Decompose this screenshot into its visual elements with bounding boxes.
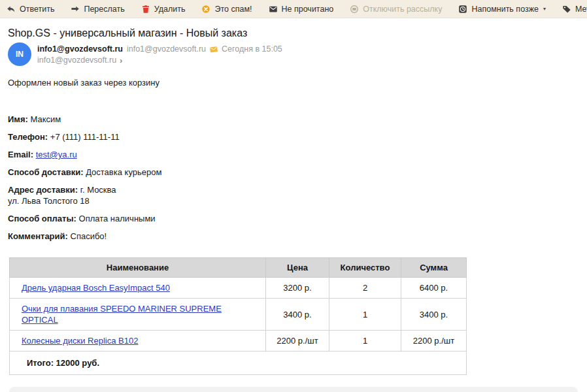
- verified-envelope-icon: [210, 46, 218, 53]
- tag-icon: [562, 5, 571, 14]
- table-row: Очки для плавания SPEEDO MARINER SUPREME…: [10, 299, 467, 331]
- reminder-clock-icon: [458, 5, 467, 14]
- intro-text: Оформлен новый заказ через корзину: [8, 77, 579, 88]
- envelope-icon: [269, 5, 278, 14]
- label-label: Метка: [575, 5, 587, 14]
- order-table: Наименование Цена Количество Сумма Дрель…: [9, 257, 467, 375]
- message-view: Shop.GS - универсальный магазин - Новый …: [0, 27, 587, 392]
- order-total: Итого: 12000 руб.: [10, 351, 467, 375]
- forward-icon: [71, 5, 80, 14]
- spam-button[interactable]: Это спам!: [201, 5, 252, 14]
- customer-email-link[interactable]: test@ya.ru: [36, 150, 77, 159]
- field-address-value2: ул. Льва Толстого 18: [8, 195, 579, 206]
- product-link[interactable]: Колесные диски Replica B102: [22, 336, 138, 346]
- reply-to-address: info1@gvozdevsoft.ru: [37, 56, 116, 65]
- sum-cell: 3400 р.: [401, 299, 467, 331]
- chevron-down-icon: ▾: [543, 6, 546, 12]
- field-email: Email: test@ya.ru: [8, 149, 579, 160]
- column-header-price: Цена: [266, 258, 329, 278]
- sender-info: info1@gvozdevsoft.ru info1@gvozdevsoft.r…: [37, 42, 282, 65]
- field-payment-label: Способ оплаты:: [8, 214, 76, 223]
- mark-unread-button[interactable]: Не прочитано: [269, 5, 334, 14]
- field-address-value1: г. Москва: [80, 185, 116, 195]
- quick-reply-input[interactable]: Ответить: [9, 387, 578, 392]
- field-delivery-value: Доставка курьером: [86, 167, 161, 177]
- field-address: Адрес доставки: г. Москва ул. Льва Толст…: [8, 184, 579, 206]
- column-header-sum: Сумма: [401, 258, 467, 278]
- reply-icon: [7, 5, 16, 14]
- field-phone-value: +7 (111) 111-11-11: [50, 132, 120, 142]
- sender-email: info1@gvozdevsoft.ru: [127, 44, 206, 54]
- qty-cell: 2: [329, 278, 401, 299]
- field-phone: Телефон: +7 (111) 111-11-11: [8, 131, 579, 142]
- field-delivery-label: Способ доставки:: [8, 167, 84, 177]
- forward-button[interactable]: Переслать: [71, 5, 124, 14]
- sum-cell: 2200 р./шт: [401, 331, 467, 351]
- field-email-label: Email:: [8, 150, 33, 159]
- sum-cell: 6400 р.: [401, 278, 467, 299]
- price-cell: 3400 р.: [266, 299, 329, 331]
- column-header-name: Наименование: [10, 258, 266, 278]
- field-comment-value: Спасибо!: [71, 231, 107, 241]
- trash-icon: [141, 5, 150, 14]
- qty-cell: 1: [329, 299, 401, 331]
- delete-button[interactable]: Удалить: [141, 5, 186, 14]
- message-timestamp: Сегодня в 15:05: [222, 44, 282, 54]
- field-comment-label: Комментарий:: [8, 231, 68, 241]
- spam-icon: [201, 5, 210, 14]
- table-row: Колесные диски Replica B102 2200 р./шт 1…: [10, 331, 467, 351]
- label-button[interactable]: Метка ▾: [562, 5, 587, 14]
- product-link[interactable]: Очки для плавания SPEEDO MARINER SUPREME…: [22, 304, 222, 325]
- message-body: Оформлен новый заказ через корзину Имя: …: [8, 77, 579, 375]
- field-payment: Способ оплаты: Оплата наличными: [8, 213, 579, 224]
- unsubscribe-button: Отключить рассылку: [350, 5, 442, 14]
- sender-avatar[interactable]: IN: [8, 42, 31, 66]
- price-cell: 2200 р./шт: [266, 331, 329, 351]
- field-name-value: Максим: [31, 114, 61, 124]
- order-table-header-row: Наименование Цена Количество Сумма: [10, 258, 467, 278]
- field-phone-label: Телефон:: [8, 132, 48, 142]
- reply-button[interactable]: Ответить: [7, 5, 54, 14]
- price-cell: 3200 р.: [266, 278, 329, 299]
- field-comment: Комментарий: Спасибо!: [8, 231, 579, 242]
- unsubscribe-icon: [350, 5, 359, 14]
- product-link[interactable]: Дрель ударная Bosch EasyImpact 540: [22, 283, 170, 293]
- message-toolbar: Ответить Переслать Удалить Это спам! Не …: [0, 0, 587, 18]
- field-name: Имя: Максим: [8, 114, 579, 125]
- forward-label: Переслать: [84, 5, 124, 14]
- recipient-details-toggle[interactable]: info1@gvozdevsoft.ru ›: [37, 56, 282, 65]
- chevron-right-icon: ›: [120, 56, 122, 65]
- message-subject: Shop.GS - универсальный магазин - Новый …: [8, 27, 579, 40]
- field-name-label: Имя:: [8, 114, 28, 124]
- order-total-row: Итого: 12000 руб.: [10, 351, 467, 375]
- remind-later-label: Напомнить позже: [471, 5, 539, 14]
- delete-label: Удалить: [154, 5, 186, 14]
- remind-later-button[interactable]: Напомнить позже ▾: [458, 5, 546, 14]
- spam-label: Это спам!: [214, 5, 252, 14]
- field-payment-value: Оплата наличными: [79, 214, 156, 223]
- reply-label: Ответить: [20, 5, 54, 14]
- unsubscribe-label: Отключить рассылку: [363, 5, 442, 14]
- table-row: Дрель ударная Bosch EasyImpact 540 3200 …: [10, 278, 467, 299]
- column-header-qty: Количество: [329, 258, 401, 278]
- field-address-label: Адрес доставки:: [8, 185, 78, 195]
- qty-cell: 1: [329, 331, 401, 351]
- sender-row: IN info1@gvozdevsoft.ru info1@gvozdevsof…: [8, 42, 579, 66]
- field-delivery: Способ доставки: Доставка курьером: [8, 167, 579, 178]
- sender-name[interactable]: info1@gvozdevsoft.ru: [37, 44, 123, 54]
- mark-unread-label: Не прочитано: [282, 5, 334, 14]
